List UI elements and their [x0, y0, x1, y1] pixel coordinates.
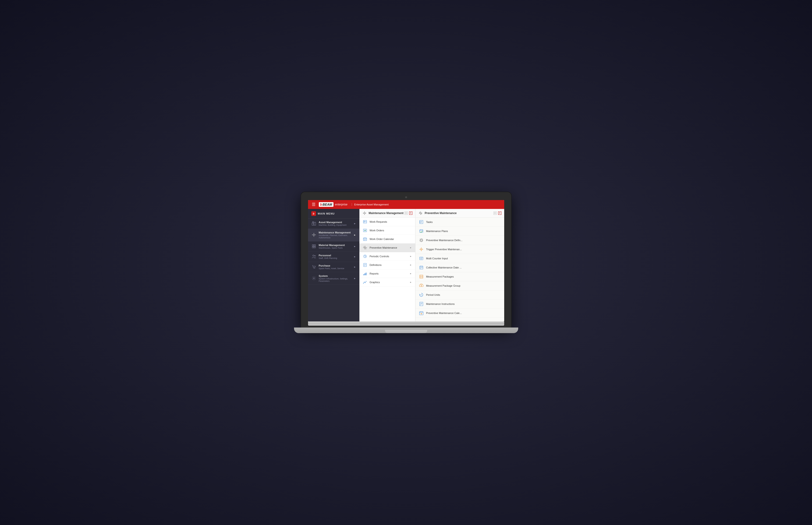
submenu-item-measurement-packages[interactable]: Measurement Packages [415, 272, 504, 281]
preventive-panel-controls: □ ✕ [493, 211, 501, 215]
measurement-package-group-label: Measurement Package Group [426, 284, 460, 287]
app-container: ☰ b BEAM enterprise Enterprise Asset Man… [308, 200, 504, 321]
maintenance-instructions-icon [419, 301, 424, 306]
sidebar-item-maintenance-management[interactable]: Maintenance Management Accidental, Plann… [308, 229, 359, 241]
svg-rect-104 [421, 285, 423, 287]
asset-management-icon [311, 221, 316, 226]
graphics-icon [363, 280, 367, 285]
definitions-label: Definitions [370, 264, 408, 266]
submenu-item-multi-counter-input[interactable]: 123 Multi Counter Input [415, 254, 504, 263]
preventive-panel-title-area: Preventive Maintenance [418, 211, 457, 215]
maintenance-management-title: Maintenance Management [319, 231, 352, 234]
laptop-bezel: ☰ b BEAM enterprise Enterprise Asset Man… [301, 192, 511, 328]
svg-line-40 [364, 246, 364, 247]
trigger-pm-label: Trigger Preventive Maintenan... [426, 248, 462, 251]
svg-point-26 [364, 222, 365, 222]
graphics-label: Graphics [370, 281, 408, 284]
svg-point-68 [420, 223, 420, 223]
top-bar-subtitle: Enterprise Asset Management [352, 203, 388, 206]
asset-management-text: Asset Management Machine, Building, Equi… [319, 221, 352, 226]
periodic-controls-arrow: ► [410, 255, 412, 257]
submenu-item-trigger-pm[interactable]: Trigger Preventive Maintenan... [415, 245, 504, 254]
menu-item-periodic-controls[interactable]: Periodic Controls ► [359, 252, 415, 261]
submenu-item-pm-calendar[interactable]: Preventive Maintenance Cale... [415, 309, 504, 318]
sidebar-item-asset-management[interactable]: Asset Management Machine, Building, Equi… [308, 219, 359, 229]
sidebar-item-personnel[interactable]: Personnel Staff, Shift Planning ► [308, 252, 359, 262]
personnel-title: Personnel [319, 254, 352, 257]
svg-rect-27 [364, 229, 367, 232]
preventive-maintenance-submenu-panel: Preventive Maintenance □ ✕ [415, 209, 504, 321]
maintenance-management-chevron: ► [354, 234, 356, 236]
periodic-controls-icon [363, 254, 367, 259]
purchase-chevron: ► [354, 266, 356, 268]
menu-item-graphics[interactable]: Graphics ► [359, 278, 415, 287]
svg-rect-1 [314, 222, 316, 225]
system-icon [311, 276, 316, 281]
svg-line-60 [419, 212, 420, 212]
purchase-text: Purchase Spare Parts, Asset, Service [319, 264, 352, 270]
svg-line-80 [420, 241, 420, 242]
work-orders-icon [363, 228, 367, 233]
svg-point-13 [314, 255, 315, 256]
svg-point-53 [365, 282, 365, 283]
preventive-panel-minimize-btn[interactable]: □ [493, 211, 497, 215]
svg-point-51 [363, 283, 364, 283]
app-body: b MAIN MENU [308, 209, 504, 321]
submenu-item-maintenance-instructions[interactable]: Maintenance Instructions [415, 300, 504, 309]
system-text: System System Infrastructure, Settings, … [319, 274, 352, 282]
svg-rect-48 [364, 274, 364, 275]
menu-item-preventive-maintenance[interactable]: Preventive Maintenance ► [359, 243, 415, 252]
work-order-calendar-icon [363, 237, 367, 241]
submenu-item-pm-definitions[interactable]: Preventive Maintenance Defin... [415, 236, 504, 245]
sidebar-item-purchase[interactable]: Purchase Spare Parts, Asset, Service ► [308, 262, 359, 272]
work-order-calendar-label: Work Order Calendar [370, 238, 412, 240]
menu-item-work-requests[interactable]: Work Requests [359, 217, 415, 226]
maintenance-management-text: Maintenance Management Accidental, Plann… [319, 231, 352, 239]
top-bar: ☰ b BEAM enterprise Enterprise Asset Man… [308, 200, 504, 209]
submenu-item-collective-maintenance-date[interactable]: Collective Maintenance Date ... [415, 263, 504, 272]
svg-line-81 [422, 239, 423, 240]
menu-item-work-order-calendar[interactable]: Work Order Calendar [359, 235, 415, 243]
menu-item-reports[interactable]: Reports ► [359, 269, 415, 278]
sidebar-item-material-management[interactable]: Material Management Warehouses, Spare Pa… [308, 241, 359, 252]
system-subtitle: System Infrastructure, Settings, Paramet… [319, 278, 352, 282]
submenu-item-tasks[interactable]: Tasks [415, 217, 504, 227]
hamburger-icon[interactable]: ☰ [311, 201, 316, 208]
svg-point-54 [366, 281, 366, 281]
sidebar-logo-icon: b [311, 211, 316, 216]
logo-area: b BEAM enterprise [319, 202, 348, 207]
submenu-item-period-units[interactable]: Period Units [415, 290, 504, 300]
svg-point-35 [364, 247, 366, 249]
menu-item-definitions[interactable]: Definitions ► [359, 261, 415, 269]
logo-b-letter: b [320, 202, 322, 206]
period-units-icon [419, 292, 424, 297]
asset-management-chevron: ► [354, 222, 356, 225]
multi-counter-input-label: Multi Counter Input [426, 257, 448, 260]
maintenance-management-icon [311, 232, 316, 237]
preventive-panel-close-btn[interactable]: ✕ [498, 211, 501, 215]
period-units-label: Period Units [426, 294, 440, 296]
personnel-icon [311, 254, 316, 259]
svg-rect-22 [364, 220, 367, 223]
maintenance-management-subtitle: Accidental, Planned, Estimator, Autonomo… [319, 234, 352, 239]
laptop-camera [405, 196, 407, 198]
material-management-chevron: ► [354, 245, 356, 248]
submenu-item-maintenance-plans[interactable]: Maintenance Plans [415, 227, 504, 236]
maintenance-panel-close-btn[interactable]: ✕ [409, 211, 412, 215]
svg-point-14 [313, 268, 314, 268]
menu-item-work-orders[interactable]: Work Orders [359, 226, 415, 235]
personnel-text: Personnel Staff, Shift Planning [319, 254, 352, 259]
maintenance-panel-header: Maintenance Management □ ✕ [359, 209, 415, 217]
maintenance-panel-title: Maintenance Management [369, 211, 403, 215]
submenu-item-measurement-package-group[interactable]: Measurement Package Group [415, 281, 504, 290]
preventive-maintenance-label: Preventive Maintenance [370, 246, 408, 249]
pm-definitions-label: Preventive Maintenance Defin... [426, 239, 463, 242]
laptop-screen: ☰ b BEAM enterprise Enterprise Asset Man… [308, 200, 504, 321]
tasks-label: Tasks [426, 221, 433, 223]
svg-rect-95 [420, 268, 421, 268]
maintenance-panel-minimize-btn[interactable]: □ [404, 211, 408, 215]
preventive-panel-header: Preventive Maintenance □ ✕ [415, 209, 504, 217]
svg-rect-11 [314, 246, 315, 248]
sidebar-item-system[interactable]: System System Infrastructure, Settings, … [308, 272, 359, 285]
svg-rect-29 [364, 238, 367, 241]
